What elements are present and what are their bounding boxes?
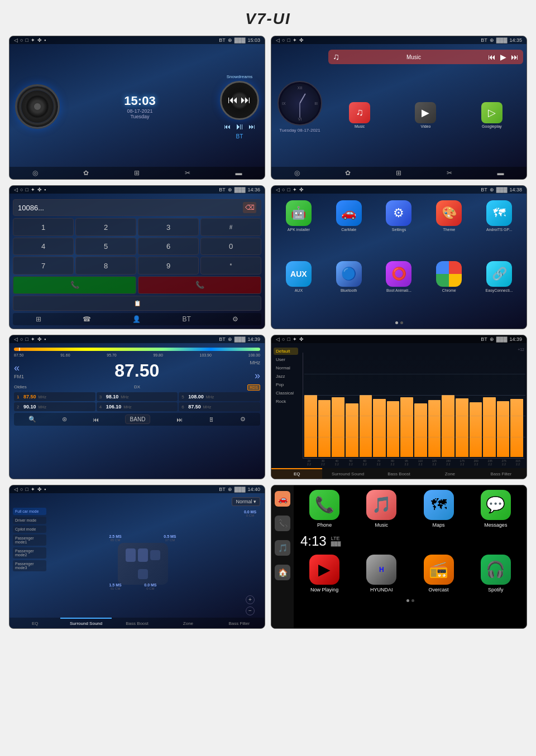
prev-btn[interactable]: ⏮ <box>488 52 496 61</box>
tab-surround[interactable]: Surround Sound <box>60 618 111 628</box>
app-bootanim[interactable]: ⭕ Boot Animati... <box>376 261 422 317</box>
recents-icon[interactable]: □ <box>25 336 28 342</box>
call-button[interactable]: 📞 <box>13 276 136 294</box>
preset-user[interactable]: User <box>274 356 298 363</box>
app-googleplay[interactable]: ▷ Googleplay <box>461 102 523 128</box>
carplay-app-overcast[interactable]: 📻 Overcast <box>413 555 465 593</box>
dial-extra[interactable]: 📋 <box>13 296 261 311</box>
dial-5[interactable]: 5 <box>75 238 136 256</box>
settings-dialer-icon[interactable]: ⚙ <box>232 315 238 323</box>
app-aux[interactable]: AUX AUX <box>276 261 322 317</box>
carplay-app-messages[interactable]: 💬 Messages <box>470 490 522 528</box>
nav-settings-icon[interactable]: ✂ <box>185 169 190 177</box>
app-androits[interactable]: 🗺 AndroiTS GP... <box>476 200 522 257</box>
back-icon[interactable]: ◁ <box>14 336 18 342</box>
nav-location-icon[interactable]: ◎ <box>32 169 38 177</box>
carplay-phone-icon[interactable]: 📞 <box>275 516 290 531</box>
back-icon[interactable]: ◁ <box>276 336 280 342</box>
prev-station[interactable]: ⏮ <box>93 416 99 423</box>
tab-bass-filter[interactable]: Bass Filter <box>214 618 265 628</box>
play-pause-btn[interactable]: ⏯ <box>235 122 244 132</box>
mode-driver[interactable]: Driver mode <box>13 517 46 524</box>
tab-bass-boost[interactable]: Bass Boost <box>112 618 162 628</box>
recents-icon[interactable]: □ <box>287 187 290 192</box>
dial-4[interactable]: 4 <box>13 238 74 256</box>
seek-back[interactable]: « <box>14 362 24 374</box>
end-call-button[interactable]: 📞 <box>138 276 261 294</box>
app-apk[interactable]: 🤖 APK installer <box>276 200 322 257</box>
band-button[interactable]: BAND <box>125 415 151 424</box>
dial-2[interactable]: 2 <box>75 218 136 236</box>
eq-bar-235[interactable] <box>483 354 496 456</box>
carplay-app-nowplaying[interactable]: ▶ Now Playing <box>298 555 351 593</box>
mode-select[interactable]: Normal ▾ <box>232 497 260 506</box>
dial-3[interactable]: 3 <box>138 218 199 236</box>
preset-classical[interactable]: Classical <box>274 389 298 397</box>
back-icon[interactable]: ◁ <box>276 187 280 192</box>
home-icon[interactable]: ○ <box>282 37 285 43</box>
carplay-app-music[interactable]: 🎵 Music <box>355 490 408 528</box>
play-btn[interactable]: ▶ <box>500 52 506 61</box>
recents-icon[interactable]: □ <box>25 37 28 43</box>
tab-surround[interactable]: Surround Sound <box>322 468 373 479</box>
preset-rock[interactable]: Rock <box>274 398 298 405</box>
home-icon[interactable]: ○ <box>20 336 23 342</box>
dial-0[interactable]: 0 <box>200 238 261 256</box>
tab-zone[interactable]: Zone <box>424 468 475 479</box>
mode-cpilot[interactable]: Cpilot mode <box>13 526 46 533</box>
nav-apps-icon[interactable]: ⊞ <box>396 169 401 177</box>
back-icon[interactable]: ◁ <box>14 37 18 43</box>
eq-bar-40[interactable] <box>332 354 344 456</box>
carplay-app-hyundai[interactable]: H HYUNDAI <box>355 555 408 593</box>
carplay-home-icon[interactable]: 🏠 <box>275 565 290 580</box>
preset-normal[interactable]: Normal <box>274 364 298 372</box>
tab-eq[interactable]: EQ <box>271 468 322 479</box>
preset-6[interactable]: 6 87.50 MHz <box>179 402 260 411</box>
preset-2[interactable]: 2 90.10 MHz <box>14 402 95 411</box>
settings-radio-icon[interactable]: ⚙ <box>240 416 246 423</box>
eq-bar-200[interactable] <box>470 354 482 456</box>
home-icon[interactable]: ○ <box>282 187 285 192</box>
scan-icon[interactable]: ⊛ <box>62 416 67 423</box>
dial-6[interactable]: 6 <box>138 238 199 256</box>
next-btn[interactable]: ⏭ <box>511 52 519 61</box>
play-disc[interactable]: ⏮ ⏭ <box>220 81 259 120</box>
eq-bar-30[interactable] <box>318 354 331 456</box>
eq-bar-315[interactable] <box>510 354 523 456</box>
app-chrome[interactable]: Chrome <box>426 261 472 317</box>
dial-1[interactable]: 1 <box>13 218 74 236</box>
nav-bt-icon[interactable]: ✿ <box>83 169 89 177</box>
back-icon[interactable]: ◁ <box>276 37 280 43</box>
back-icon[interactable]: ◁ <box>14 187 18 192</box>
minus-btn[interactable]: − <box>246 606 255 615</box>
home-icon[interactable]: ○ <box>20 37 23 43</box>
nav-settings-icon[interactable]: ✂ <box>447 169 452 177</box>
mode-full-car[interactable]: Full car mode <box>13 508 46 515</box>
home-icon[interactable]: ○ <box>282 336 285 342</box>
eq-bar-110[interactable] <box>414 354 427 456</box>
eq-bar-275[interactable] <box>497 354 510 456</box>
tab-eq[interactable]: EQ <box>9 618 60 628</box>
dial-7[interactable]: 7 <box>13 257 74 275</box>
mode-passenger1[interactable]: Passenger mode1 <box>13 535 46 546</box>
carplay-app-phone[interactable]: 📞 Phone <box>298 490 351 528</box>
app-carmate[interactable]: 🚗 CarMate <box>326 200 372 257</box>
recents-icon[interactable]: □ <box>25 487 28 492</box>
plus-btn[interactable]: + <box>246 595 255 604</box>
preset-default[interactable]: Default <box>274 348 298 355</box>
music-player-widget[interactable]: ♫ Music ⏮ ▶ ⏭ <box>328 50 523 64</box>
call-log-icon[interactable]: ☎ <box>83 315 91 323</box>
carplay-music-icon[interactable]: 🎵 <box>275 540 290 556</box>
carplay-app-maps[interactable]: 🗺 Maps <box>413 490 465 528</box>
dial-8[interactable]: 8 <box>75 257 136 275</box>
app-theme[interactable]: 🎨 Theme <box>426 200 472 257</box>
back-icon[interactable]: ◁ <box>14 487 18 492</box>
dial-9[interactable]: 9 <box>138 257 199 275</box>
home-icon[interactable]: ○ <box>20 187 23 192</box>
app-bluetooth[interactable]: 🔵 Bluetooth <box>326 261 372 317</box>
nav-extra-icon[interactable]: ▬ <box>497 169 504 177</box>
eq-icon[interactable]: 🎚 <box>208 416 214 423</box>
preset-1[interactable]: 1 87.50 MHz <box>14 392 95 401</box>
dial-hash[interactable]: # <box>200 218 261 236</box>
preset-4[interactable]: 4 106.10 MHz <box>97 402 178 411</box>
